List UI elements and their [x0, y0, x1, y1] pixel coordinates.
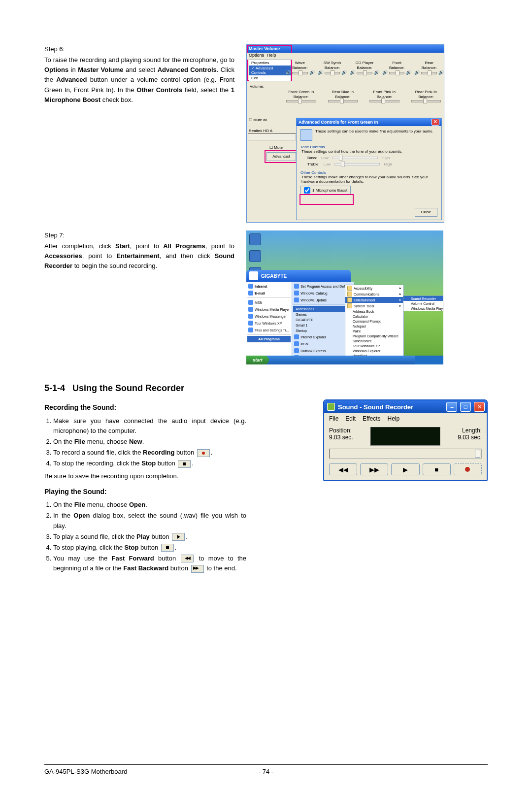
desktop-icon[interactable]	[249, 250, 261, 262]
seek-start-button[interactable]: ◀◀	[329, 463, 357, 475]
all-programs-button[interactable]: All Programs	[247, 336, 291, 342]
startmenu-item[interactable]: GIGABYTE	[293, 317, 353, 323]
startmenu-item[interactable]: Internet Explorer	[293, 333, 353, 340]
record-button[interactable]	[454, 463, 482, 475]
l: Internet Explorer	[300, 335, 326, 339]
startmenu-item[interactable]: MSN	[293, 340, 353, 347]
startmenu-item[interactable]: Games	[293, 312, 353, 317]
close-icon[interactable]: ✕	[432, 119, 439, 126]
b: File	[74, 438, 85, 445]
submenu-item[interactable]: Windows Explorer	[345, 348, 403, 353]
startmenu-item[interactable]: Files and Settings Tr...	[247, 327, 291, 333]
mute-all-checkbox[interactable]: ☐ Mute all	[249, 118, 267, 122]
mute-checkbox[interactable]: ☐ Mute	[269, 145, 283, 150]
position-slider[interactable]	[329, 449, 482, 459]
startmenu-item[interactable]: Startup	[293, 328, 353, 333]
h-scrollbar[interactable]	[248, 133, 296, 140]
submenu-item[interactable]: Program Compatibility Wizard	[345, 333, 403, 338]
balance-slider[interactable]	[328, 100, 358, 102]
recycle-bin-icon[interactable]	[249, 233, 261, 245]
balance-slider[interactable]	[357, 72, 372, 74]
list-item: To play a sound file, click the Play but…	[53, 532, 246, 542]
l: Windows Media Player	[255, 308, 290, 311]
mic-boost-input[interactable]	[304, 187, 310, 194]
bass-slider[interactable]	[332, 157, 378, 159]
app-icon	[347, 334, 351, 338]
startmenu-item[interactable]: Tour Windows XP	[247, 320, 291, 327]
dropdown-properties[interactable]: Properties	[249, 60, 291, 66]
startmenu-item[interactable]: Windows Catalog	[293, 290, 353, 296]
close-button[interactable]: ✕	[474, 402, 485, 412]
menu-options[interactable]: Options	[249, 53, 264, 60]
recording-note: Be sure to save the recording upon compl…	[44, 471, 246, 481]
list-item: You may use the Fast Forward button to m…	[53, 554, 246, 573]
startmenu-item[interactable]: E-mail	[247, 290, 291, 296]
startmenu-item[interactable]: Windows Update	[293, 296, 353, 303]
balance-slider[interactable]	[421, 72, 437, 74]
speaker-icon: 🔊	[382, 70, 388, 75]
startmenu-item[interactable]: Gmail 1	[293, 323, 353, 328]
n: Front Green In	[285, 90, 317, 94]
l: Startup	[296, 329, 307, 332]
submenu-item[interactable]: Calculator	[345, 314, 403, 319]
sound-recorder-item[interactable]: Sound Recorder	[403, 296, 443, 301]
accessories-item[interactable]: Accessories▸	[293, 306, 353, 312]
submenu-item[interactable]: Windows Media Player	[403, 306, 443, 311]
l: Calculator	[353, 315, 368, 318]
startmenu-item[interactable]: Set Program Access and Defaults	[293, 283, 353, 290]
balance-slider[interactable]	[286, 100, 316, 102]
submenu-item[interactable]: Accessibility▸	[345, 285, 403, 291]
t: to the end.	[205, 564, 237, 572]
mv-columns: WaveBalance:🔊🔊 SW SynthBalance:🔊🔊 CD Pla…	[285, 61, 444, 75]
minimize-button[interactable]: ‒	[446, 402, 457, 412]
startmenu-item[interactable]: Outlook Express	[293, 347, 353, 354]
maximize-button[interactable]: □	[460, 402, 471, 412]
stop-button-icon	[178, 460, 191, 468]
slider-thumb[interactable]	[475, 450, 480, 458]
treble-slider-row: Treble:LowHigh	[307, 162, 437, 166]
menu-effects[interactable]: Effects	[363, 415, 380, 422]
dropdown-exit[interactable]: Exit	[249, 75, 291, 81]
t: button	[150, 533, 171, 540]
speaker-icon: 🔊	[318, 70, 323, 75]
menu-help[interactable]: Help	[388, 415, 400, 422]
app-icon	[347, 314, 351, 318]
dropdown-advanced-controls[interactable]: ✓ Advanced Controls	[249, 66, 291, 75]
t: .	[175, 544, 177, 551]
startmenu-item[interactable]: Windows Messenger	[247, 313, 291, 320]
treble-slider[interactable]	[334, 163, 380, 165]
submenu-item[interactable]: Communications▸	[345, 291, 403, 297]
submenu-item[interactable]: Notepad	[345, 324, 403, 329]
balance-slider[interactable]	[369, 100, 399, 102]
entertainment-item[interactable]: Entertainment▸	[345, 297, 403, 303]
submenu-item[interactable]: Tour Windows XP	[345, 343, 403, 348]
stop-button[interactable]: ■	[423, 463, 451, 475]
balance-slider[interactable]	[292, 72, 308, 74]
submenu-item[interactable]: Paint	[345, 329, 403, 333]
startmenu-item[interactable]: Internet	[247, 283, 291, 290]
b: Open	[129, 501, 145, 508]
seek-end-button[interactable]: ▶▶	[360, 463, 388, 475]
submenu-item[interactable]: Volume Control	[403, 301, 443, 306]
speaker-icon: 🔊	[438, 70, 444, 75]
balance-slider[interactable]	[389, 72, 405, 74]
menu-help[interactable]: Help	[267, 53, 276, 60]
folder-icon	[347, 303, 352, 308]
submenu-item[interactable]: Synchronize	[345, 338, 403, 343]
menu-file[interactable]: File	[329, 415, 338, 422]
sr-titlebar: Sound - Sound Recorder ‒ □ ✕	[324, 400, 487, 413]
submenu-item[interactable]: System Tools▸	[345, 303, 403, 309]
submenu-item[interactable]: Command Prompt	[345, 319, 403, 324]
submenu-item[interactable]: Address Book	[345, 309, 403, 314]
balance-slider[interactable]	[325, 72, 340, 74]
balance-slider[interactable]	[411, 100, 441, 102]
other-text: These settings make other changes to how…	[301, 175, 437, 184]
n: Front Pink In	[368, 90, 400, 94]
startmenu-item[interactable]: MSN	[247, 299, 291, 306]
play-button[interactable]: ▶	[391, 463, 419, 475]
system-tray[interactable]	[415, 356, 443, 364]
startmenu-item[interactable]: Windows Media Player	[247, 306, 291, 313]
close-button[interactable]: Close	[415, 208, 437, 217]
menu-edit[interactable]: Edit	[345, 415, 356, 422]
start-button[interactable]: start	[246, 356, 269, 364]
